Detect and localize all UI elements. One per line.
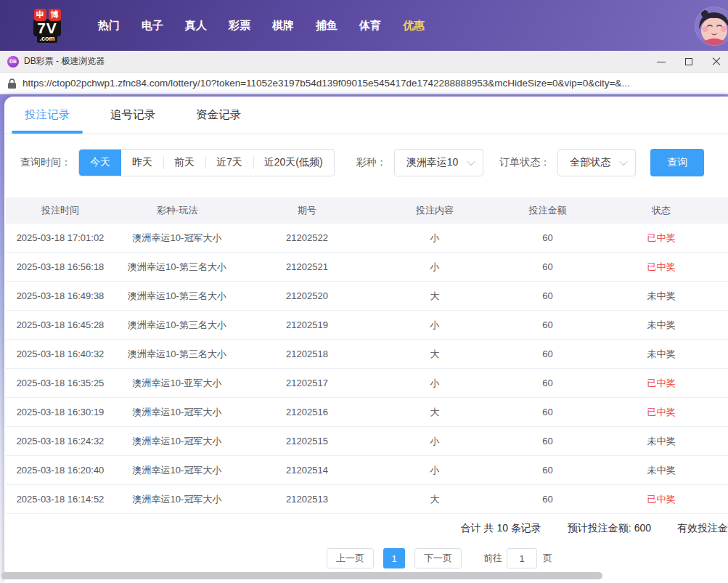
cell-issue-number: 21202521 — [240, 261, 375, 272]
nav-item-live[interactable]: 真人 — [174, 19, 218, 33]
cell-game-play: 澳洲幸运10-第三名大小 — [115, 348, 240, 361]
table-row: 2025-03-18 16:24:32 澳洲幸运10-冠军大小 21202515… — [6, 427, 728, 456]
cell-bet-time: 2025-03-18 16:14:52 — [6, 494, 115, 505]
cell-bet-amount: 60 — [495, 465, 600, 476]
col-header-time: 投注时间 — [6, 204, 115, 217]
order-status-value: 全部状态 — [570, 156, 610, 169]
cell-game-play: 澳洲幸运10-冠军大小 — [115, 435, 240, 448]
avatar-image — [695, 7, 728, 45]
cell-status: 已中奖 — [600, 377, 722, 390]
horizontal-scrollbar[interactable] — [1, 572, 602, 579]
cell-bet-time: 2025-03-18 16:49:38 — [6, 290, 115, 301]
cell-bet-content: 大 — [375, 406, 495, 419]
tab-chase-records[interactable]: 追号记录 — [106, 97, 160, 134]
table-body: 2025-03-18 17:01:02 澳洲幸运10-冠军大小 21202522… — [6, 224, 728, 514]
lottery-select[interactable]: 澳洲幸运10 — [394, 149, 484, 176]
goto-page-input[interactable] — [507, 548, 537, 568]
cell-game-play: 澳洲幸运10-第三名大小 — [115, 261, 240, 274]
col-header-content: 投注内容 — [375, 204, 495, 217]
cell-bet-content: 小 — [375, 377, 495, 390]
next-page-button[interactable]: 下一页 — [414, 548, 462, 568]
prev-page-button[interactable]: 上一页 — [327, 548, 374, 568]
cell-bet-content: 小 — [375, 261, 495, 274]
table-header-row: 投注时间 彩种-玩法 期号 投注内容 投注金额 状态 — [6, 197, 728, 224]
cell-bet-time: 2025-03-18 16:35:25 — [6, 378, 115, 388]
pagination: 上一页 1 下一页 前往 页 — [327, 548, 552, 568]
url-text[interactable]: https://ctop02pchwp1.zfnc84.com/lottery/… — [23, 78, 630, 89]
goto-page-label: 前往 — [483, 552, 502, 565]
cell-issue-number: 21202517 — [240, 378, 375, 388]
cell-status: 已中奖 — [600, 406, 722, 419]
time-filter-label: 查询时间： — [20, 156, 71, 169]
nav-item-cards[interactable]: 棋牌 — [261, 19, 305, 33]
table-row: 2025-03-18 16:14:52 澳洲幸运10-冠军大小 21202513… — [6, 485, 728, 514]
cell-issue-number: 21202520 — [240, 290, 375, 301]
logo-sub-text: .com — [37, 35, 57, 43]
goto-page-unit: 页 — [543, 552, 552, 565]
nav-item-hot[interactable]: 热门 — [87, 19, 131, 33]
maximize-icon[interactable] — [684, 57, 693, 66]
nav-item-promo[interactable]: 优惠 — [392, 19, 435, 33]
lottery-select-value: 澳洲幸运10 — [406, 156, 459, 169]
table-row: 2025-03-18 16:35:25 澳洲幸运10-亚军大小 21202517… — [6, 369, 728, 398]
tab-fund-records[interactable]: 资金记录 — [192, 97, 245, 134]
chevron-down-icon — [467, 158, 475, 166]
logo-badges: 申 博 — [34, 9, 61, 21]
close-icon[interactable] — [712, 57, 721, 66]
cell-game-play: 澳洲幸运10-冠军大小 — [115, 464, 240, 477]
nav-item-sports[interactable]: 体育 — [348, 19, 392, 33]
site-logo[interactable]: 申 博 7V .com — [26, 9, 68, 43]
lottery-filter-label: 彩种： — [356, 156, 387, 169]
summary-bar: 合计 共 10 条记录 预计投注金额: 600 有效投注金 — [4, 514, 728, 543]
time-option-7days[interactable]: 近7天 — [205, 150, 253, 176]
time-option-yesterday[interactable]: 昨天 — [121, 150, 163, 176]
col-header-amount: 投注金额 — [495, 204, 600, 217]
time-filter-group: 今天 昨天 前天 近7天 近20天(低频) — [78, 149, 335, 176]
time-option-20days[interactable]: 近20天(低频) — [253, 150, 334, 176]
cell-bet-content: 小 — [375, 464, 495, 477]
cell-status: 未中奖 — [600, 319, 722, 332]
cell-bet-amount: 60 — [495, 319, 600, 330]
nav-item-slots[interactable]: 电子 — [131, 19, 174, 33]
summary-total-records: 合计 共 10 条记录 — [461, 522, 541, 535]
cell-bet-amount: 60 — [495, 290, 600, 301]
cell-status: 未中奖 — [600, 348, 722, 361]
cell-issue-number: 21202514 — [240, 465, 375, 476]
cell-bet-content: 小 — [375, 435, 495, 448]
top-navbar: 申 博 7V .com 热门 电子 真人 彩票 棋牌 捕鱼 体育 优惠 — [0, 0, 728, 51]
order-status-select[interactable]: 全部状态 — [557, 149, 636, 176]
cell-bet-amount: 60 — [495, 378, 600, 388]
logo-badge-2: 博 — [49, 9, 61, 21]
cell-bet-content: 大 — [375, 290, 495, 303]
col-header-issue: 期号 — [240, 204, 375, 217]
cell-game-play: 澳洲幸运10-冠军大小 — [115, 406, 240, 419]
cell-bet-amount: 60 — [495, 436, 600, 447]
bet-records-table: 投注时间 彩种-玩法 期号 投注内容 投注金额 状态 2025-03-18 17… — [6, 197, 728, 514]
cell-issue-number: 21202519 — [240, 319, 375, 330]
cell-bet-content: 大 — [375, 348, 495, 361]
cell-bet-content: 小 — [375, 232, 495, 245]
cell-bet-time: 2025-03-18 16:24:32 — [6, 436, 115, 447]
nav-item-fishing[interactable]: 捕鱼 — [305, 19, 348, 33]
current-page-button[interactable]: 1 — [383, 548, 405, 568]
cell-game-play: 澳洲幸运10-第三名大小 — [115, 290, 240, 303]
cell-game-play: 澳洲幸运10-亚军大小 — [115, 377, 240, 390]
ssl-lock-icon — [8, 78, 16, 89]
time-option-daybefore[interactable]: 前天 — [163, 150, 205, 176]
order-status-label: 订单状态： — [499, 156, 550, 169]
query-button[interactable]: 查询 — [650, 149, 704, 176]
nav-item-lottery[interactable]: 彩票 — [218, 19, 261, 33]
cell-issue-number: 21202522 — [240, 232, 375, 243]
minimize-icon[interactable] — [657, 57, 666, 66]
cell-status: 未中奖 — [600, 290, 722, 303]
cell-status: 未中奖 — [600, 435, 722, 448]
page-background: 投注记录 追号记录 资金记录 查询时间： 今天 昨天 前天 近7天 近20天(低… — [0, 94, 728, 583]
cell-bet-amount: 60 — [495, 407, 600, 417]
time-option-today[interactable]: 今天 — [79, 150, 121, 176]
cell-bet-amount: 60 — [495, 261, 600, 272]
table-row: 2025-03-18 16:49:38 澳洲幸运10-第三名大小 2120252… — [6, 282, 728, 311]
user-avatar[interactable] — [695, 7, 728, 45]
cell-bet-amount: 60 — [495, 232, 600, 243]
logo-badge-1: 申 — [34, 9, 46, 21]
tab-bet-records[interactable]: 投注记录 — [20, 97, 74, 134]
